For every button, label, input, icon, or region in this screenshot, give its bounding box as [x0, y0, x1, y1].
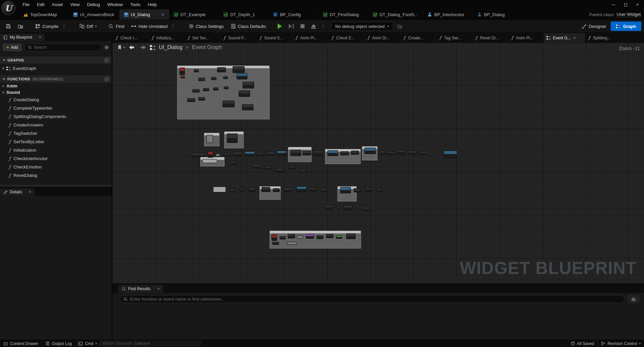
graph-node[interactable]: [364, 148, 376, 154]
doc-tab-event-g[interactable]: Event G...×: [544, 33, 585, 43]
function-item-checkinterlocutor[interactable]: ƒCheckInterlocutor: [0, 154, 112, 163]
graph-node[interactable]: [277, 151, 286, 156]
debug-object-dropdown[interactable]: No debug object selected ▾: [331, 22, 393, 31]
graph-node[interactable]: [245, 151, 255, 156]
browse-to-asset-button[interactable]: [15, 21, 26, 31]
graph-node[interactable]: [300, 169, 307, 173]
functions-section-header[interactable]: FUNCTIONS (38 OVERRIDABLE) +: [0, 75, 112, 83]
find-results-tab[interactable]: Find Results ×: [118, 285, 163, 293]
breadcrumb-asset[interactable]: UI_Dialog: [159, 44, 183, 50]
blueprint-search[interactable]: [25, 44, 102, 51]
close-icon[interactable]: ×: [39, 35, 41, 40]
forward-arrow-icon[interactable]: [139, 44, 147, 50]
close-icon[interactable]: ×: [573, 36, 576, 40]
graph-mode-button[interactable]: Graph: [611, 22, 641, 31]
graph-node[interactable]: [351, 151, 359, 155]
graph-node[interactable]: [288, 166, 295, 169]
graph-node[interactable]: [376, 188, 383, 192]
doc-tab-tag-swi[interactable]: ƒTag Swi...: [436, 33, 472, 43]
function-category-anim[interactable]: Anim: [0, 83, 112, 89]
asset-tab-bp-interlocutor[interactable]: BP_Interlocutor: [423, 9, 473, 20]
parent-class-link[interactable]: User Widget: [616, 12, 641, 17]
graph-node[interactable]: [313, 150, 323, 156]
graph-node[interactable]: [362, 207, 369, 211]
graph-node[interactable]: [227, 133, 238, 143]
play-button[interactable]: [275, 21, 285, 31]
hide-unrelated-options-icon[interactable]: ⋮: [170, 24, 177, 29]
play-options-icon[interactable]: ⋮: [320, 24, 327, 29]
find-in-blueprints-button[interactable]: [628, 295, 639, 303]
blueprint-search-input[interactable]: [34, 45, 98, 50]
expand-arrow-icon[interactable]: [3, 85, 4, 87]
back-arrow-icon[interactable]: [128, 44, 136, 50]
graph-node[interactable]: [344, 205, 352, 210]
doc-tab-anim-pl[interactable]: ƒAnim Pl...: [508, 33, 544, 43]
graph-node[interactable]: [239, 188, 245, 191]
asset-tab-dt-example[interactable]: DT_Example: [169, 9, 219, 20]
graph-node[interactable]: [378, 151, 386, 155]
browse-debug-object-button[interactable]: [394, 21, 405, 31]
graph-node[interactable]: [179, 68, 185, 75]
event-graph-canvas[interactable]: ▾ UI_Dialog > Event Graph Zoom -11 WIDGE…: [112, 43, 644, 283]
graph-node[interactable]: [198, 78, 205, 81]
function-item-createdialog[interactable]: ƒCreateDialog: [0, 95, 112, 104]
doc-tab-anim-pl[interactable]: ƒAnim Pl...: [292, 33, 328, 43]
function-category-sound[interactable]: Sound: [0, 89, 112, 95]
graph-node[interactable]: [264, 166, 271, 170]
doc-tab-initializa[interactable]: ƒInitializa...: [148, 33, 184, 43]
close-icon[interactable]: ×: [636, 0, 639, 9]
graph-node[interactable]: [229, 189, 235, 192]
graph-node[interactable]: [223, 153, 231, 156]
doc-tab-sound-p[interactable]: ƒSound P...: [220, 33, 256, 43]
graph-node[interactable]: [237, 73, 247, 79]
graph-node[interactable]: [203, 88, 209, 91]
graph-node[interactable]: [280, 236, 286, 239]
graph-node[interactable]: [320, 188, 327, 192]
graph-node[interactable]: [233, 152, 242, 156]
graph-node[interactable]: [444, 151, 457, 158]
function-item-resetdialog[interactable]: ƒResetDialog: [0, 171, 112, 180]
add-graph-icon[interactable]: +: [105, 58, 109, 63]
eject-button[interactable]: [308, 21, 319, 31]
graph-node[interactable]: [213, 187, 226, 192]
hide-unrelated-button[interactable]: Hide Unrelated ⋮: [128, 21, 180, 31]
compile-button[interactable]: Compile ⋮: [32, 21, 71, 31]
asset-tab-ui-answersblock[interactable]: UI_AnswersBlock: [69, 9, 119, 20]
graph-node[interactable]: [284, 188, 292, 192]
find-button[interactable]: Find: [105, 21, 127, 31]
graph-node[interactable]: [287, 242, 296, 245]
graph-node[interactable]: [249, 188, 255, 192]
function-item-checkemotion[interactable]: ƒCheckEmotion: [0, 163, 112, 171]
console-command-box[interactable]: [100, 341, 201, 346]
asset-tab-bp-config[interactable]: CBP_Config: [269, 9, 318, 20]
function-item-settextbyletter[interactable]: ƒSetTextByLetter: [0, 138, 112, 146]
content-drawer-button[interactable]: Content Drawer: [0, 340, 42, 347]
graph-node[interactable]: [257, 152, 264, 156]
graph-node[interactable]: [290, 150, 301, 156]
graph-node[interactable]: [217, 67, 226, 72]
asset-tab-topdownmap[interactable]: TopDownMap: [19, 9, 69, 20]
add-function-icon[interactable]: +: [105, 77, 109, 81]
graph-node[interactable]: [306, 234, 314, 239]
menu-window[interactable]: Window: [104, 0, 126, 9]
stop-button[interactable]: [297, 21, 308, 31]
menu-asset[interactable]: Asset: [48, 0, 67, 9]
graph-node[interactable]: [327, 150, 338, 156]
function-item-completetypewriter[interactable]: ƒCompleteTypewriter: [0, 104, 112, 112]
graph-node[interactable]: [317, 235, 323, 239]
menu-edit[interactable]: Edit: [33, 0, 48, 9]
menu-tools[interactable]: Tools: [126, 0, 144, 9]
graph-node[interactable]: [194, 69, 199, 72]
graph-node[interactable]: [288, 234, 295, 238]
asset-tab-dt-dialog-fonts[interactable]: DT_Dialog_FontS...: [368, 9, 423, 20]
function-item-createanswers[interactable]: ƒCreateAnswers: [0, 121, 112, 129]
panel-settings-gear-icon[interactable]: [104, 45, 109, 50]
graph-node[interactable]: [346, 233, 356, 239]
function-item-tagswitcher[interactable]: ƒTagSwitcher: [0, 129, 112, 138]
graph-node[interactable]: [242, 104, 253, 110]
graph-node[interactable]: [239, 90, 250, 97]
find-results-input[interactable]: [130, 297, 621, 302]
graph-node[interactable]: [340, 187, 351, 193]
graph-node[interactable]: [192, 89, 200, 92]
graph-node[interactable]: [276, 168, 284, 172]
